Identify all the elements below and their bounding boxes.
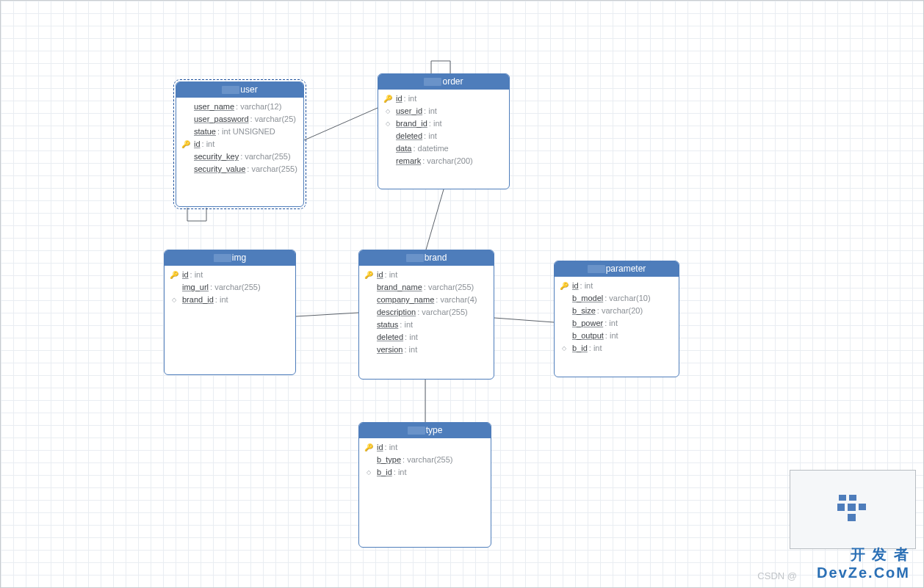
field-name: id [572,280,579,291]
field-type: : varchar(255) [424,282,474,293]
svg-line-1 [426,189,444,250]
field-row[interactable]: company_name: varchar(4) [359,294,494,306]
prefix-blur [408,427,425,435]
field-type: : int [424,106,437,117]
field-type: : int [190,269,203,280]
entity-img[interactable]: img🔑id: intimg_url: varchar(255)◇brand_i… [164,250,296,375]
field-row[interactable]: status: int [359,319,494,331]
field-row[interactable]: user_name: varchar(12) [176,101,303,113]
diamond-icon: ◇ [169,294,179,305]
field-row[interactable]: 🔑id: int [165,269,295,281]
field-row[interactable]: 🔑id: int [359,441,491,454]
field-row[interactable]: b_size: varchar(20) [555,305,679,317]
prefix-blur [406,254,424,262]
fields-list: 🔑id: intb_model: varchar(10)b_size: varc… [555,277,679,359]
entity-header[interactable]: brand [359,250,494,266]
field-type: : varchar(25) [250,114,296,125]
field-type: : varchar(20) [597,305,643,316]
field-type: : int [604,318,618,329]
field-name: b_size [572,305,596,316]
field-row[interactable]: description: varchar(255) [359,306,494,319]
field-name: user_password [194,114,249,125]
fields-list: 🔑id: intbrand_name: varchar(255)company_… [359,266,494,360]
field-row[interactable]: deleted: int [378,130,509,142]
field-row[interactable]: version: int [359,344,494,356]
entity-type[interactable]: type🔑id: intb_type: varchar(255)◇b_id: i… [358,422,491,548]
field-row[interactable]: 🔑id: int [359,269,494,281]
entity-title: brand [425,253,447,263]
field-name: b_id [572,343,588,354]
field-type: : int [589,343,602,354]
field-name: brand_id [182,294,214,305]
field-name: security_value [194,164,245,175]
field-row[interactable]: 🔑id: int [176,138,303,150]
field-row[interactable]: 🔑id: int [555,280,679,292]
entity-header[interactable]: type [359,423,491,438]
field-type: : int [394,467,407,478]
minimap[interactable] [790,470,916,549]
field-type: : int [605,330,618,341]
field-type: : int [202,139,215,150]
field-type: : datetime [413,143,448,154]
field-name: company_name [377,294,434,305]
field-row[interactable]: 🔑id: int [378,92,509,105]
field-row[interactable]: ◇user_id: int [378,105,509,117]
entity-header[interactable]: user [176,82,303,98]
field-row[interactable]: ◇brand_id: int [165,294,295,306]
svg-line-0 [304,108,378,140]
field-type: : int [405,332,418,343]
field-row[interactable]: deleted: int [359,331,494,344]
field-name: deleted [377,332,403,343]
field-row[interactable]: b_type: varchar(255) [359,454,491,466]
field-type: : varchar(255) [417,307,467,318]
entity-header[interactable]: parameter [555,261,679,277]
field-type: : varchar(4) [436,294,477,305]
entity-parameter[interactable]: parameter🔑id: intb_model: varchar(10)b_s… [554,261,679,377]
field-row[interactable]: data: datetime [378,142,509,155]
field-row[interactable]: img_url: varchar(255) [165,281,295,294]
field-name: img_url [182,282,209,293]
field-name: id [194,139,201,150]
field-row[interactable]: ◇b_id: int [359,466,491,479]
entity-brand[interactable]: brand🔑id: intbrand_name: varchar(255)com… [358,250,494,380]
entity-title: order [442,76,463,87]
field-name: data [396,143,411,154]
fields-list: user_name: varchar(12)user_password: var… [176,98,303,180]
field-row[interactable]: b_output: int [555,330,679,342]
entity-order[interactable]: order🔑id: int◇user_id: int◇brand_id: int… [378,73,510,189]
entity-title: parameter [606,264,646,274]
field-name: id [396,93,403,104]
field-row[interactable]: b_model: varchar(10) [555,292,679,305]
field-row[interactable]: ◇b_id: int [555,342,679,355]
key-icon: 🔑 [169,269,179,280]
field-row[interactable]: b_power: int [555,317,679,330]
csdn-watermark: CSDN @ [757,570,797,581]
diagram-canvas[interactable]: useruser_name: varchar(12)user_password:… [0,0,924,588]
prefix-blur [424,78,441,86]
entity-header[interactable]: order [378,74,509,90]
prefix-blur [588,265,605,273]
field-name: id [377,269,383,280]
field-row[interactable]: brand_name: varchar(255) [359,281,494,294]
field-name: remark [396,156,421,167]
prefix-blur [214,254,231,262]
field-row[interactable]: ◇brand_id: int [378,117,509,130]
diamond-icon: ◇ [383,118,393,129]
field-row[interactable]: remark: varchar(200) [378,155,509,167]
field-type: : varchar(10) [604,293,650,304]
entity-user[interactable]: useruser_name: varchar(12)user_password:… [176,81,304,207]
field-name: user_name [194,101,234,112]
field-name: status [377,319,398,330]
field-row[interactable]: user_password: varchar(25) [176,113,303,126]
fields-list: 🔑id: int◇user_id: int◇brand_id: intdelet… [378,90,509,172]
field-row[interactable]: statue: int UNSIGNED [176,126,303,138]
entity-header[interactable]: img [165,250,295,266]
field-type: : varchar(255) [247,164,297,175]
fields-list: 🔑id: intb_type: varchar(255)◇b_id: int [359,438,491,483]
field-row[interactable]: security_value: varchar(255) [176,163,303,175]
field-name: brand_name [377,282,422,293]
field-name: version [377,344,403,355]
field-type: : varchar(255) [240,151,290,162]
entity-title: user [240,84,257,95]
field-row[interactable]: security_key: varchar(255) [176,150,303,163]
